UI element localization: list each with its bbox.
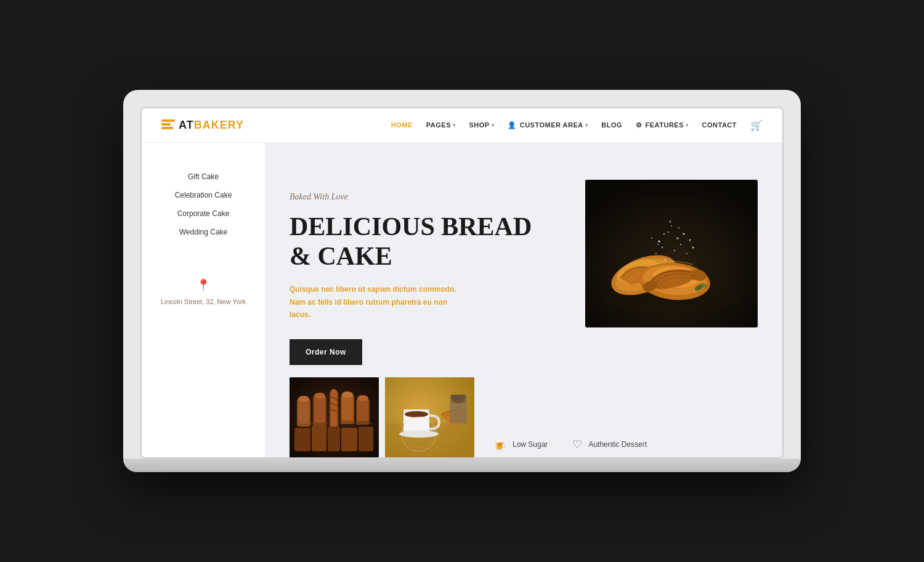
badge-low-sugar-label: Low Sugar	[513, 440, 548, 449]
svg-point-51	[357, 395, 368, 401]
site-header: ATBAKERY HOME PAGES ▾ SHOP ▾ 👤 C	[142, 108, 782, 143]
laptop-base	[123, 459, 801, 472]
sidebar-item-corporate-cake[interactable]: Corporate Cake	[152, 204, 255, 223]
user-icon: 👤	[508, 121, 517, 129]
hero-image	[585, 180, 758, 327]
gear-icon: ⚙	[636, 121, 642, 129]
hero-text: Baked With Love DELICIOUS BREAD & CAKE Q…	[290, 180, 561, 366]
svg-point-14	[662, 247, 663, 248]
svg-point-40	[314, 393, 325, 399]
svg-point-24	[686, 253, 687, 254]
site-main: Gift Cake Celebration Cake Corporate Cak…	[142, 143, 782, 458]
svg-rect-56	[359, 427, 373, 451]
svg-point-28	[692, 246, 694, 248]
svg-point-19	[665, 259, 667, 260]
hero-description: Quisque nec libero ut sapien dictum comm…	[290, 283, 462, 321]
badge-low-sugar: 🍺 Low Sugar	[493, 438, 548, 451]
svg-point-23	[663, 233, 665, 235]
svg-point-63	[399, 430, 439, 438]
svg-point-17	[655, 253, 657, 254]
sidebar: Gift Cake Celebration Cake Corporate Cak…	[142, 143, 265, 458]
nav-blog[interactable]: BLOG	[601, 121, 622, 129]
location-pin-icon: 📍	[197, 278, 210, 292]
svg-point-25	[670, 220, 671, 222]
chevron-down-icon: ▾	[492, 122, 495, 128]
sidebar-location: 📍 Lincoln Street, 32, New York	[161, 278, 246, 307]
order-now-button[interactable]: Order Now	[290, 339, 362, 365]
nav-contact[interactable]: CONTACT	[702, 121, 737, 129]
site-nav: HOME PAGES ▾ SHOP ▾ 👤 CUSTOMER AREA ▾ B	[391, 119, 763, 131]
laptop-frame: ATBAKERY HOME PAGES ▾ SHOP ▾ 👤 C	[123, 90, 801, 473]
sidebar-item-wedding-cake[interactable]: Wedding Cake	[152, 223, 255, 241]
svg-point-27	[657, 244, 659, 245]
heart-icon: ♡	[572, 438, 582, 451]
svg-point-62	[405, 411, 428, 417]
sidebar-item-celebration-cake[interactable]: Celebration Cake	[152, 186, 255, 204]
svg-point-20	[674, 250, 675, 251]
location-address: Lincoln Street, 32, New York	[161, 297, 246, 307]
svg-rect-42	[331, 389, 337, 427]
hero-content: Baked With Love DELICIOUS BREAD & CAKE Q…	[290, 180, 758, 366]
thumbnail-bread	[290, 377, 379, 457]
svg-rect-52	[294, 428, 310, 451]
svg-point-15	[671, 225, 672, 227]
logo-text: ATBAKERY	[179, 119, 244, 132]
hero-title: DELICIOUS BREAD & CAKE	[290, 212, 561, 271]
svg-rect-53	[312, 425, 326, 451]
logo-icon	[161, 119, 175, 130]
hero-section: Baked With Love DELICIOUS BREAD & CAKE Q…	[265, 143, 782, 458]
svg-point-12	[668, 231, 669, 233]
nav-home[interactable]: HOME	[391, 121, 413, 129]
thumbnail-coffee	[385, 377, 474, 457]
svg-point-48	[342, 391, 353, 398]
svg-point-16	[683, 233, 685, 235]
svg-point-37	[298, 396, 309, 402]
chevron-down-icon: ▾	[453, 122, 456, 128]
hero-tagline: Baked With Love	[290, 192, 561, 202]
site-wrapper: ATBAKERY HOME PAGES ▾ SHOP ▾ 👤 C	[142, 108, 782, 458]
svg-rect-54	[328, 427, 340, 451]
badge-authentic-dessert-label: Authentic Dessert	[588, 440, 647, 449]
logo-bakery: BAKERY	[194, 119, 244, 131]
svg-point-18	[680, 244, 681, 245]
svg-rect-55	[341, 428, 357, 451]
nav-features[interactable]: ⚙ FEATURES ▾	[636, 121, 688, 129]
feature-badges-area: 🍺 Low Sugar ♡ Authentic Dessert	[474, 438, 758, 457]
svg-point-26	[678, 227, 679, 228]
logo[interactable]: ATBAKERY	[161, 119, 244, 132]
nav-shop[interactable]: SHOP ▾	[469, 121, 495, 129]
svg-point-66	[452, 398, 465, 403]
chevron-down-icon: ▾	[686, 122, 689, 128]
svg-point-13	[677, 237, 679, 239]
sidebar-item-gift-cake[interactable]: Gift Cake	[152, 167, 255, 186]
badge-authentic-dessert: ♡ Authentic Dessert	[572, 438, 647, 451]
svg-point-22	[689, 239, 691, 241]
svg-point-11	[659, 240, 660, 242]
laptop-screen: ATBAKERY HOME PAGES ▾ SHOP ▾ 👤 C	[140, 107, 784, 459]
nav-pages[interactable]: PAGES ▾	[426, 121, 456, 129]
nav-customer-area[interactable]: 👤 CUSTOMER AREA ▾	[508, 121, 588, 129]
low-sugar-icon: 🍺	[493, 438, 506, 451]
sidebar-menu: Gift Cake Celebration Cake Corporate Cak…	[152, 167, 255, 241]
svg-point-21	[651, 238, 652, 239]
cart-icon[interactable]: 🛒	[750, 119, 763, 131]
chevron-down-icon: ▾	[585, 122, 588, 128]
bottom-section: 🍺 Low Sugar ♡ Authentic Dessert	[290, 365, 758, 457]
